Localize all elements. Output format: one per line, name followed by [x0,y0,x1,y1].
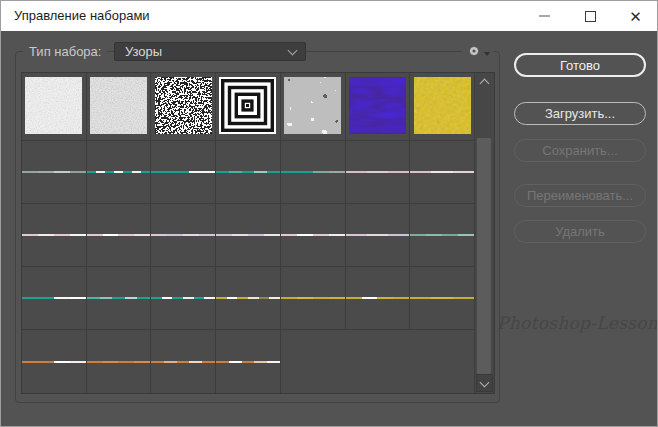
scrollbar[interactable] [474,73,494,393]
pattern-cell-line[interactable] [410,267,475,330]
pattern-line-preview [22,297,86,299]
pattern-line-preview [410,171,474,173]
pattern-line-preview [216,171,280,173]
pattern-cell-line[interactable] [87,267,152,330]
minimize-button[interactable] [529,1,560,31]
pattern-grid-rows [22,73,475,393]
pattern-row [22,267,475,330]
pattern-line-preview [151,297,215,299]
pattern-cell-yellow-mottled[interactable] [410,73,475,141]
scrollbar-thumb[interactable] [477,138,491,377]
pattern-cell-line[interactable] [87,330,152,393]
preset-manager-dialog: Управление наборами ✕ Тип набора: Узоры [0,0,658,427]
preset-type-label: Тип набора: [23,44,107,59]
done-button[interactable]: Готово [514,53,646,77]
pattern-cell-line[interactable] [87,141,152,204]
window-title: Управление наборами [14,1,150,31]
pattern-line-preview [151,171,215,173]
gear-icon [467,44,481,58]
pattern-line-preview [281,297,345,299]
chevron-down-icon [288,45,298,55]
pattern-line-preview [410,234,474,236]
pattern-cell-line[interactable] [346,141,411,204]
pattern-grid [21,72,495,394]
pattern-line-preview [410,297,474,299]
pattern-line-preview [87,171,151,173]
scroll-down-button[interactable] [476,374,493,392]
pattern-line-preview [281,171,345,173]
pattern-line-preview [281,234,345,236]
pattern-cell-bw-speckle[interactable] [151,73,216,141]
pattern-cell-line[interactable] [410,141,475,204]
pattern-line-preview [216,361,280,363]
menu-arrow-icon [484,52,490,56]
pattern-cell-line[interactable] [281,204,346,267]
pattern-cell-line[interactable] [216,204,281,267]
pattern-cell-line[interactable] [216,267,281,330]
pattern-cell-line[interactable] [22,330,87,393]
pattern-line-preview [87,297,151,299]
pattern-cell-line[interactable] [22,141,87,204]
pattern-row [22,73,475,141]
pattern-cell-line[interactable] [281,267,346,330]
pattern-line-preview [151,234,215,236]
pattern-line-preview [87,234,151,236]
pattern-cell-line[interactable] [22,267,87,330]
chevron-up-icon [480,79,490,89]
close-button[interactable]: ✕ [620,1,651,31]
maximize-icon [585,11,596,22]
load-button[interactable]: Загрузить... [514,102,646,125]
action-buttons: ГотовоЗагрузить...Сохранить...Переименов… [514,53,646,253]
pattern-line-preview [22,361,86,363]
pattern-cell-fine-gray-noise[interactable] [87,73,152,141]
save-button: Сохранить... [514,139,646,162]
pattern-line-preview [346,297,410,299]
close-icon: ✕ [629,9,642,24]
pattern-cell-line[interactable] [346,267,411,330]
maximize-button[interactable] [575,1,606,31]
pattern-cell-line[interactable] [151,330,216,393]
pattern-cell-line[interactable] [216,141,281,204]
preset-type-dropdown[interactable]: Узоры [114,42,306,61]
pattern-cell-line[interactable] [410,204,475,267]
pattern-cell-gray-camouflage[interactable] [281,73,346,141]
pattern-line-preview [216,234,280,236]
pattern-line-preview [346,171,410,173]
pattern-cell-concentric-squares[interactable] [216,73,281,141]
delete-button: Удалить [514,220,646,243]
pattern-line-preview [22,234,86,236]
pattern-row [22,204,475,267]
chevron-down-icon [480,377,490,387]
pattern-cell-line[interactable] [22,204,87,267]
titlebar-controls: ✕ [529,1,651,31]
pattern-cell-line[interactable] [151,141,216,204]
pattern-cell-paper-white-noise[interactable] [22,73,87,141]
pattern-cell-line[interactable] [346,204,411,267]
pattern-cell-line[interactable] [87,204,152,267]
pattern-cell-line[interactable] [151,204,216,267]
pattern-cell-line[interactable] [281,141,346,204]
pattern-line-preview [216,297,280,299]
minimize-icon [539,15,550,17]
pattern-line-preview [22,171,86,173]
pattern-row [22,141,475,204]
pattern-line-preview [151,361,215,363]
titlebar[interactable]: Управление наборами ✕ [1,1,657,31]
watermark: Photoshop-Lessons.ru [497,313,658,333]
pattern-cell-line[interactable] [216,330,281,393]
pattern-cell-line[interactable] [151,267,216,330]
preset-menu-button[interactable] [462,41,494,61]
pattern-line-preview [346,234,410,236]
scroll-up-button[interactable] [475,75,494,89]
rename-button: Переименовать... [514,184,646,207]
pattern-line-preview [87,361,151,363]
empty-grid-area [281,330,475,393]
pattern-row [22,330,475,393]
preset-type-value: Узоры [115,44,289,59]
pattern-cell-purple-wave[interactable] [346,73,411,141]
